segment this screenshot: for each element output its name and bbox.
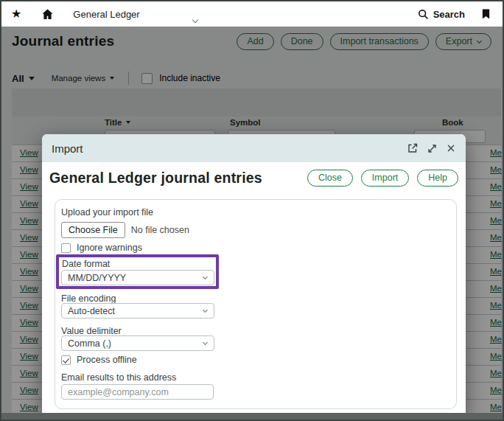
modal-heading-row: General Ledger journal entries Close Imp… (49, 168, 458, 187)
email-results-label: Email results to this address (61, 372, 176, 383)
help-button[interactable]: Help (417, 170, 458, 187)
email-results-input[interactable] (61, 384, 214, 400)
chevron-down-icon (203, 340, 208, 345)
file-input-row: Choose File No file chosen (61, 222, 189, 238)
no-file-chosen-text: No file chosen (131, 225, 189, 235)
modal-title-bar: Import (42, 134, 466, 162)
value-delimiter-value: Comma (,) (68, 338, 111, 349)
date-format-value: MM/DD/YYYY (68, 273, 126, 283)
ignore-warnings-checkbox[interactable] (61, 243, 71, 253)
ignore-warnings-row: Ignore warnings (61, 243, 142, 253)
process-offline-label: Process offline (77, 355, 137, 365)
file-encoding-select[interactable]: Auto-detect (61, 303, 214, 319)
search-icon (418, 9, 429, 20)
app-menu-general-ledger[interactable]: General Ledger (73, 9, 139, 20)
upload-file-label: Upload your import file (61, 207, 153, 218)
modal-window-controls (407, 142, 456, 154)
ignore-warnings-label: Ignore warnings (77, 243, 142, 253)
value-delimiter-select[interactable]: Comma (,) (61, 335, 214, 351)
file-encoding-value: Auto-detect (68, 306, 115, 316)
modal-heading: General Ledger journal entries (49, 170, 262, 187)
bookmark-icon[interactable] (481, 8, 491, 20)
chevron-down-icon (203, 274, 208, 279)
date-format-select[interactable]: MM/DD/YYYY (61, 270, 214, 285)
favorites-star-icon[interactable]: ★ (11, 8, 21, 20)
search-button[interactable]: Search (418, 9, 465, 20)
top-navigation-bar: ★ General Ledger Search (1, 1, 503, 27)
date-format-label: Date format (62, 259, 110, 269)
chevron-down-icon (203, 307, 208, 313)
file-encoding-label: File encoding (61, 293, 116, 304)
app-window: ★ General Ledger Search Journal entries … (0, 0, 504, 421)
process-offline-row: Process offline (61, 355, 137, 365)
open-in-new-window-icon[interactable] (407, 142, 419, 154)
modal-buttons: Close Import Help (307, 170, 458, 187)
modal-title: Import (52, 142, 83, 155)
close-button[interactable]: Close (307, 170, 353, 187)
import-modal: Import General Ledger journal entries Cl… (42, 134, 466, 417)
chevron-down-icon[interactable] (193, 12, 197, 25)
process-offline-checkbox[interactable] (61, 355, 71, 365)
window-bottom-edge (1, 413, 503, 420)
import-form-panel: Upload your import file Choose File No f… (55, 199, 457, 409)
value-delimiter-label: Value delimiter (61, 326, 122, 336)
home-icon[interactable] (41, 8, 54, 21)
close-icon[interactable] (446, 143, 456, 153)
expand-resize-icon[interactable] (427, 143, 438, 154)
choose-file-button[interactable]: Choose File (61, 222, 125, 238)
import-button[interactable]: Import (361, 170, 409, 187)
search-label: Search (433, 9, 465, 20)
